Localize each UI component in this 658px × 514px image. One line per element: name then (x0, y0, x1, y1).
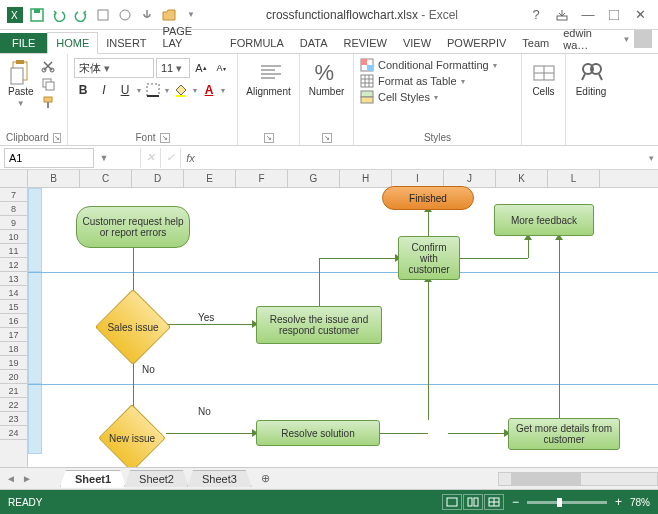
row-header[interactable]: 17 (0, 328, 27, 342)
row-header[interactable]: 7 (0, 188, 27, 202)
row-header[interactable]: 20 (0, 370, 27, 384)
tab-view[interactable]: VIEW (395, 33, 439, 53)
cells-button[interactable]: Cells (528, 58, 559, 99)
zoom-out-button[interactable]: − (512, 495, 519, 509)
copy-icon[interactable] (40, 76, 56, 92)
zoom-slider[interactable] (527, 501, 607, 504)
col-header[interactable]: K (496, 170, 548, 187)
clipboard-dialog-launcher[interactable]: ↘ (53, 133, 61, 143)
tab-team[interactable]: Team (514, 33, 557, 53)
minimize-icon[interactable]: — (576, 5, 600, 25)
user-signin[interactable]: edwin wa… ▼ (557, 25, 658, 53)
zoom-slider-thumb[interactable] (557, 498, 562, 507)
maximize-icon[interactable] (602, 5, 626, 25)
qat-icon-4[interactable] (94, 6, 112, 24)
row-header[interactable]: 14 (0, 286, 27, 300)
view-normal-icon[interactable] (442, 494, 462, 510)
col-header[interactable]: F (236, 170, 288, 187)
row-header[interactable]: 16 (0, 314, 27, 328)
fill-color-icon[interactable] (172, 80, 190, 100)
col-header[interactable]: L (548, 170, 600, 187)
row-header[interactable]: 12 (0, 258, 27, 272)
flowchart-process-get-details[interactable]: Get more details from customer (508, 418, 620, 450)
enter-fx-icon[interactable]: ✓ (160, 148, 180, 168)
font-size-combo[interactable]: 11▾ (156, 58, 190, 78)
cancel-fx-icon[interactable]: ✕ (140, 148, 160, 168)
view-page-layout-icon[interactable] (463, 494, 483, 510)
decrease-font-icon[interactable]: A▾ (212, 58, 230, 78)
format-as-table-button[interactable]: Format as Table▾ (360, 74, 515, 88)
row-header[interactable]: 15 (0, 300, 27, 314)
tab-formulas[interactable]: FORMULA (222, 33, 292, 53)
font-color-icon[interactable]: A (200, 80, 218, 100)
tab-powerpivot[interactable]: POWERPIV (439, 33, 514, 53)
tab-page-layout[interactable]: PAGE LAY (154, 21, 222, 53)
cell-styles-button[interactable]: Cell Styles▾ (360, 90, 515, 104)
sheet-tab[interactable]: Sheet3 (187, 470, 252, 487)
flowchart-process-resolve-solution[interactable]: Resolve solution (256, 420, 380, 446)
col-header[interactable]: H (340, 170, 392, 187)
flowchart-decision-sales[interactable]: Sales issue (106, 300, 160, 354)
number-dialog-launcher[interactable]: ↘ (322, 133, 332, 143)
font-dialog-launcher[interactable]: ↘ (160, 133, 170, 143)
row-header[interactable]: 11 (0, 244, 27, 258)
italic-button[interactable]: I (95, 80, 113, 100)
touch-mode-icon[interactable] (116, 6, 134, 24)
row-header[interactable]: 10 (0, 230, 27, 244)
row-header[interactable]: 13 (0, 272, 27, 286)
fx-icon[interactable]: fx (180, 148, 200, 168)
sheet-nav-prev-icon[interactable]: ◄ (4, 472, 18, 486)
tab-data[interactable]: DATA (292, 33, 336, 53)
row-header[interactable]: 24 (0, 426, 27, 440)
ribbon-options-icon[interactable] (550, 5, 574, 25)
paste-button[interactable]: Paste ▼ (6, 58, 36, 110)
alignment-button[interactable]: Alignment (244, 58, 293, 99)
cell-canvas[interactable]: Customer request help or report errors F… (28, 188, 658, 468)
col-header[interactable]: D (132, 170, 184, 187)
zoom-in-button[interactable]: + (615, 495, 622, 509)
row-header[interactable]: 18 (0, 342, 27, 356)
attach-icon[interactable] (138, 6, 156, 24)
scrollbar-thumb[interactable] (511, 473, 581, 485)
sheet-nav-next-icon[interactable]: ► (20, 472, 34, 486)
editing-button[interactable]: Editing (572, 58, 610, 99)
font-name-combo[interactable]: 宋体▾ (74, 58, 154, 78)
row-header[interactable]: 22 (0, 398, 27, 412)
number-button[interactable]: % Number (306, 58, 347, 99)
border-icon[interactable] (144, 80, 162, 100)
col-header[interactable]: I (392, 170, 444, 187)
cut-icon[interactable] (40, 58, 56, 74)
col-header[interactable]: J (444, 170, 496, 187)
row-header[interactable]: 23 (0, 412, 27, 426)
col-header[interactable]: G (288, 170, 340, 187)
sheet-tab[interactable]: Sheet1 (60, 470, 126, 488)
row-header[interactable]: 19 (0, 356, 27, 370)
horizontal-scrollbar[interactable] (498, 472, 658, 486)
col-header[interactable]: C (80, 170, 132, 187)
row-header[interactable]: 9 (0, 216, 27, 230)
flowchart-process-resolve-respond[interactable]: Resolve the issue and respond customer (256, 306, 382, 344)
zoom-level[interactable]: 78% (630, 497, 650, 508)
row-header[interactable]: 8 (0, 202, 27, 216)
namebox-dropdown-icon[interactable]: ▼ (98, 153, 110, 163)
redo-icon[interactable] (72, 6, 90, 24)
row-header[interactable]: 21 (0, 384, 27, 398)
formula-input[interactable] (200, 148, 644, 168)
col-header[interactable]: E (184, 170, 236, 187)
file-tab[interactable]: FILE (0, 33, 47, 53)
flowchart-process-confirm[interactable]: Confirm with customer (398, 236, 460, 280)
tab-review[interactable]: REVIEW (336, 33, 395, 53)
flowchart-decision-new-issue[interactable]: New issue (108, 414, 156, 462)
new-sheet-button[interactable]: ⊕ (256, 469, 276, 489)
tab-insert[interactable]: INSERT (98, 33, 154, 53)
flowchart-process-feedback[interactable]: More feedback (494, 204, 594, 236)
close-icon[interactable]: ✕ (628, 5, 652, 25)
formula-expand-icon[interactable]: ▾ (644, 153, 658, 163)
conditional-formatting-button[interactable]: Conditional Formatting▾ (360, 58, 515, 72)
underline-button[interactable]: U (116, 80, 134, 100)
sheet-tab[interactable]: Sheet2 (124, 470, 189, 487)
save-icon[interactable] (28, 6, 46, 24)
bold-button[interactable]: B (74, 80, 92, 100)
col-header[interactable]: B (28, 170, 80, 187)
undo-icon[interactable] (50, 6, 68, 24)
